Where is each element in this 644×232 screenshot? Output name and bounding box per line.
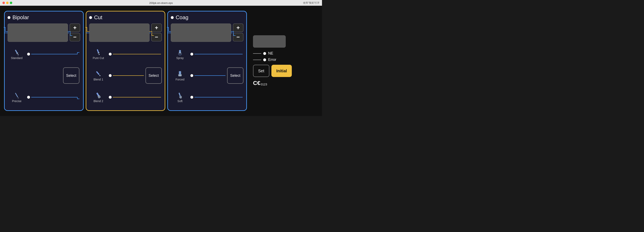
bipolar-indicator-dot — [8, 16, 10, 19]
soft-connector — [238, 95, 242, 99]
spray-icon — [176, 49, 184, 56]
purecut-dot — [109, 53, 112, 56]
cut-mode-blend2: Blend 2 — [89, 92, 162, 103]
minimize-btn[interactable] — [6, 2, 8, 4]
standard-dot — [27, 53, 30, 56]
ce-mark: C€ 0123 — [253, 80, 267, 86]
bipolar-mode-standard: Standard — [8, 49, 80, 60]
svg-rect-18 — [179, 71, 181, 75]
soft-dot — [190, 96, 193, 99]
bipolar-title: Bipolar — [12, 14, 29, 21]
cut-circuit-left — [85, 25, 90, 38]
close-btn[interactable] — [2, 2, 5, 4]
blend2-connector — [157, 95, 161, 99]
mini-display — [253, 35, 286, 48]
set-button[interactable]: Set — [253, 65, 269, 77]
svg-point-14 — [180, 54, 180, 55]
cut-mode-purecut: Pure Cut — [89, 49, 162, 60]
coag-mode-forced: Forced — [171, 70, 226, 81]
forced-label: Forced — [176, 78, 184, 81]
ce-text: C€ — [253, 80, 260, 86]
ne-connector-line — [253, 53, 261, 54]
coag-panel: Coag + − — [167, 11, 247, 111]
coag-mode-spray: Spray — [171, 49, 244, 60]
precise-dot — [27, 96, 30, 99]
blend1-dot — [109, 74, 112, 77]
svg-point-15 — [181, 54, 182, 55]
ne-status-row: NE — [253, 51, 276, 56]
coag-display — [171, 24, 231, 42]
purecut-label: Pure Cut — [93, 56, 104, 60]
svg-point-16 — [179, 55, 180, 56]
svg-point-13 — [178, 54, 179, 55]
soft-icon — [176, 92, 184, 99]
bipolar-panel: Bipolar + − — [4, 11, 84, 111]
titlebar: 200pk-en-doem.eps 使用"预览"打开 — [0, 0, 322, 6]
ne-dot — [263, 52, 266, 55]
svg-rect-3 — [15, 93, 18, 97]
svg-rect-11 — [179, 50, 181, 53]
bipolar-mode-precise: Precise — [8, 92, 80, 103]
cut-circuit-right — [149, 25, 154, 38]
coag-mode-soft: Soft — [171, 92, 244, 103]
precise-icon — [13, 92, 20, 99]
coag-title: Coag — [176, 14, 188, 21]
purecut-connector — [157, 52, 161, 56]
bipolar-circuit-left — [3, 25, 8, 38]
maximize-btn[interactable] — [10, 2, 12, 4]
cut-panel: Cut + − — [86, 11, 165, 111]
cut-mode-blend1: Blend 1 — [89, 70, 144, 81]
blend2-dot — [109, 96, 112, 99]
coag-select-btn[interactable]: Select — [227, 67, 244, 84]
forced-dot — [190, 74, 193, 77]
blend2-label: Blend 2 — [94, 99, 103, 103]
blend2-icon — [95, 92, 102, 99]
bipolar-select-btn[interactable]: Select — [63, 67, 80, 84]
standard-connector — [76, 52, 80, 56]
blend1-icon — [95, 70, 102, 77]
forced-icon — [176, 70, 184, 77]
precise-connector — [76, 95, 80, 99]
titlebar-action: 使用"预览"打开 — [303, 1, 320, 5]
cut-title: Cut — [94, 14, 102, 21]
error-status-row: Error — [253, 58, 276, 62]
coag-circuit-right — [231, 25, 236, 38]
soft-label: Soft — [178, 99, 183, 103]
ce-sub: 0123 — [261, 83, 267, 86]
ne-label: NE — [268, 51, 273, 56]
error-label: Error — [268, 58, 276, 62]
cut-select-btn[interactable]: Select — [146, 67, 162, 84]
blend1-label: Blend 1 — [94, 78, 103, 81]
standard-label: Standard — [11, 56, 23, 60]
coag-indicator-dot — [171, 16, 174, 19]
window-title: 200pk-en-doem.eps — [149, 2, 173, 5]
cut-display — [89, 24, 150, 42]
initial-button[interactable]: Initial — [272, 65, 292, 77]
svg-rect-8 — [96, 71, 100, 75]
bipolar-display — [8, 24, 68, 42]
svg-marker-7 — [98, 53, 100, 55]
right-panel: NE Error Set Initial C€ 0123 — [253, 35, 292, 86]
purecut-icon — [95, 49, 102, 56]
coag-circuit-left — [166, 25, 171, 38]
bipolar-circuit-right — [68, 25, 72, 38]
action-buttons: Set Initial — [253, 65, 292, 77]
svg-rect-12 — [179, 53, 182, 54]
error-connector-line — [253, 60, 261, 60]
cut-indicator-dot — [89, 16, 92, 19]
error-dot — [263, 58, 266, 61]
spray-connector — [238, 52, 242, 56]
svg-point-17 — [180, 55, 181, 56]
spray-label: Spray — [176, 56, 184, 60]
main-content: Bipolar + − — [0, 6, 322, 116]
precise-label: Precise — [12, 99, 22, 103]
svg-rect-19 — [178, 93, 181, 96]
spray-dot — [190, 53, 193, 56]
standard-icon — [13, 49, 20, 56]
